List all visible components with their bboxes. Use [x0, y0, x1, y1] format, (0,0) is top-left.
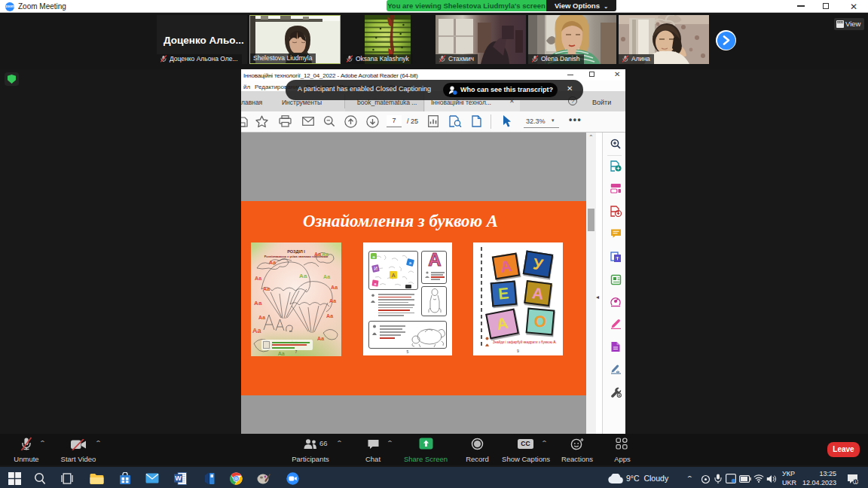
svg-text:в: в [374, 282, 376, 286]
svg-text:1: 1 [854, 480, 857, 484]
svg-text:А: А [392, 273, 396, 278]
svg-text:И: И [374, 266, 377, 271]
svg-text:W: W [175, 474, 182, 482]
